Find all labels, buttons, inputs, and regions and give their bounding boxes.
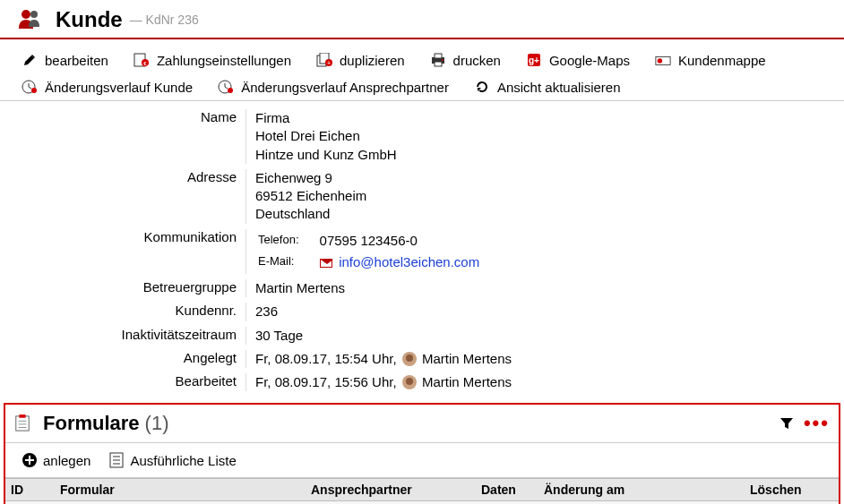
googlemaps-icon: g+: [526, 52, 542, 68]
value-inaktiv: 30 Tage: [245, 327, 844, 345]
svg-rect-10: [435, 54, 442, 58]
label-kundennr: Kundennr.: [0, 303, 245, 318]
label-communication: Kommunikation: [0, 229, 245, 244]
panel-title: Formulare: [43, 412, 140, 435]
svg-point-12: [442, 59, 444, 61]
svg-text:+: +: [327, 60, 331, 66]
payment-icon: €: [133, 52, 150, 68]
refresh-button[interactable]: Ansicht aktualisieren: [461, 73, 633, 100]
label-bearbeitet: Bearbeitet: [0, 373, 245, 389]
create-label: anlegen: [43, 453, 90, 468]
customer-icon: [18, 9, 41, 31]
panel-count: (1): [145, 412, 169, 435]
angelegt-time: Fr, 08.09.17, 15:54 Uhr,: [255, 351, 397, 366]
toolbar: bearbeiten € Zahlungseinstellungen + dup…: [0, 39, 844, 101]
svg-text:g+: g+: [529, 56, 539, 65]
detailed-list-button[interactable]: Ausführliche Liste: [99, 448, 245, 472]
phone-value: 07595 123456-0: [319, 231, 498, 251]
email-link[interactable]: info@hotel3eichen.com: [339, 254, 479, 269]
plus-circle-icon: [22, 452, 38, 468]
col-daten[interactable]: Daten: [476, 479, 538, 501]
create-button[interactable]: anlegen: [13, 448, 99, 472]
value-kundennr: 236: [245, 303, 844, 320]
svg-rect-11: [435, 62, 442, 66]
filter-icon[interactable]: [779, 415, 795, 431]
svg-point-1: [30, 11, 38, 18]
label-betreuergruppe: Betreuergruppe: [0, 279, 245, 295]
svg-point-18: [31, 88, 37, 93]
duplicate-icon: +: [316, 52, 332, 68]
refresh-label: Ansicht aktualisieren: [497, 80, 621, 95]
clock-history-icon: [218, 79, 234, 95]
panel-sub-toolbar: anlegen Ausführliche Liste: [5, 443, 839, 478]
payment-settings-label: Zahlungseinstellungen: [157, 53, 291, 68]
history-customer-button[interactable]: Änderungsverlauf Kunde: [9, 73, 205, 100]
svg-point-0: [22, 10, 30, 19]
phone-label: Telefon:: [257, 231, 317, 251]
formulare-panel: Formulare (1) ••• anlegen Ausführliche L…: [4, 403, 840, 504]
page-header: Kunde — KdNr 236: [0, 0, 844, 39]
envelope-icon: [320, 259, 332, 268]
col-aenderung[interactable]: Änderung am: [538, 479, 745, 501]
label-angelegt: Angelegt: [0, 350, 245, 365]
duplicate-button[interactable]: + duplizieren: [304, 47, 418, 73]
history-contact-button[interactable]: Änderungsverlauf Ansprechpartner: [205, 73, 461, 100]
bearbeitet-user: Martin Mertens: [422, 374, 512, 389]
history-contact-label: Änderungsverlauf Ansprechpartner: [241, 80, 449, 95]
printer-icon: [430, 52, 446, 68]
pencil-icon: [22, 52, 38, 68]
value-angelegt: Fr, 08.09.17, 15:54 Uhr, Martin Mertens: [245, 350, 844, 368]
addr-line1: Eichenweg 9: [255, 169, 844, 187]
bearbeitet-time: Fr, 08.09.17, 15:56 Uhr,: [255, 374, 397, 389]
panel-header: Formulare (1) •••: [5, 405, 839, 443]
label-inaktiv: Inaktivitätszeitraum: [0, 327, 245, 342]
svg-rect-21: [16, 416, 29, 431]
col-ansprechpartner[interactable]: Ansprechpartner: [306, 479, 476, 501]
avatar-icon: [402, 352, 417, 366]
col-id[interactable]: ID: [5, 479, 55, 501]
value-betreuergruppe: Martin Mertens: [245, 279, 844, 297]
col-formular[interactable]: Formular: [55, 479, 306, 501]
edit-button[interactable]: bearbeiten: [9, 47, 121, 73]
value-communication: Telefon: 07595 123456-0 E-Mail: info@hot…: [245, 229, 844, 275]
svg-rect-22: [19, 414, 25, 418]
formulare-table: ID Formular Ansprechpartner Daten Änderu…: [5, 478, 839, 504]
value-name: Firma Hotel Drei Eichen Hintze und Kunz …: [245, 109, 844, 164]
folder-icon: [655, 52, 671, 68]
list-icon: [108, 452, 125, 468]
googlemaps-label: Google-Maps: [549, 53, 630, 68]
angelegt-user: Martin Mertens: [422, 351, 512, 366]
col-loeschen[interactable]: Löschen: [745, 479, 839, 501]
value-bearbeitet: Fr, 08.09.17, 15:56 Uhr, Martin Mertens: [245, 373, 844, 391]
svg-point-20: [228, 88, 233, 93]
more-menu-icon[interactable]: •••: [804, 412, 830, 435]
value-address: Eichenweg 9 69512 Eichenheim Deutschland: [245, 169, 844, 224]
refresh-icon: [474, 79, 490, 95]
avatar-icon: [402, 375, 417, 389]
name-line1: Firma: [255, 109, 844, 127]
edit-label: bearbeiten: [45, 53, 108, 68]
googlemaps-button[interactable]: g+ Google-Maps: [513, 47, 642, 73]
name-line2: Hotel Drei Eichen: [255, 127, 844, 145]
label-name: Name: [0, 109, 245, 124]
addr-line3: Deutschland: [255, 205, 844, 223]
svg-point-16: [658, 58, 662, 63]
email-label: E-Mail:: [257, 252, 317, 272]
customer-details: Name Firma Hotel Drei Eichen Hintze und …: [0, 101, 844, 403]
payment-settings-button[interactable]: € Zahlungseinstellungen: [121, 47, 304, 73]
name-line3: Hintze und Kunz GmbH: [255, 146, 844, 164]
page-title: Kunde: [56, 7, 123, 32]
duplicate-label: duplizieren: [340, 53, 405, 68]
form-icon: [14, 415, 30, 431]
detailed-list-label: Ausführliche Liste: [130, 453, 236, 468]
kundenmappe-button[interactable]: Kundenmappe: [642, 47, 779, 73]
addr-line2: 69512 Eichenheim: [255, 187, 844, 205]
page-subtitle: — KdNr 236: [130, 13, 199, 27]
print-button[interactable]: drucken: [418, 47, 513, 73]
print-label: drucken: [453, 53, 501, 68]
clock-history-icon: [22, 79, 38, 95]
history-customer-label: Änderungsverlauf Kunde: [45, 80, 193, 95]
label-address: Adresse: [0, 169, 245, 184]
kundenmappe-label: Kundenmappe: [678, 53, 766, 68]
